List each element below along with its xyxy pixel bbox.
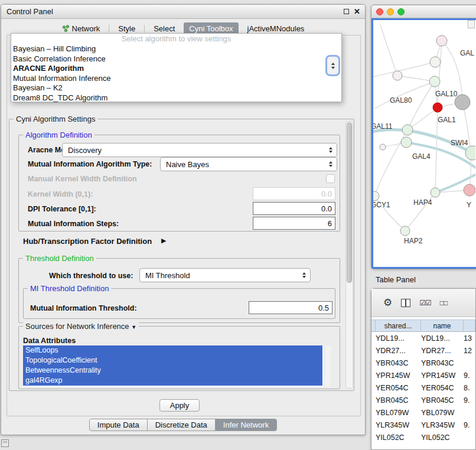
table-row[interactable]: YPR145WYPR145W9.	[371, 369, 475, 381]
network-node[interactable]	[429, 76, 440, 87]
table-row[interactable]: YDL19...YDL19...13	[371, 332, 475, 344]
network-node-label: GCY1	[373, 201, 390, 209]
table-cell[interactable]: YBL079W	[421, 409, 464, 417]
table-cell[interactable]: YER054C	[421, 384, 464, 392]
table-row[interactable]: YBL079WYBL079W	[371, 406, 475, 419]
column-header-shared-name[interactable]: shared...	[376, 320, 421, 331]
network-scroll-corner[interactable]	[468, 20, 475, 28]
data-attribute-item-selected[interactable]: BetweennessCentrality	[23, 366, 322, 376]
tab-impute-data[interactable]: Impute Data	[89, 419, 148, 431]
table-row[interactable]: YBR045CYBR045C9.	[371, 394, 475, 406]
network-node[interactable]	[393, 71, 402, 80]
which-threshold-combo[interactable]: MI Threshold	[139, 268, 311, 282]
network-node[interactable]	[431, 188, 440, 197]
table-row[interactable]: YER054CYER054C8.	[371, 381, 475, 394]
table-cell[interactable]: YPR145W	[376, 371, 421, 380]
network-node[interactable]	[465, 146, 475, 160]
table-row[interactable]: YDR27...YDR27...12	[371, 344, 475, 357]
algorithm-option[interactable]: Bayesian – Hill Climbing	[11, 44, 341, 54]
table-header-gutter	[371, 320, 376, 331]
table-cell[interactable]: YPR145W	[421, 371, 464, 380]
table-cell[interactable]: 9.	[464, 421, 475, 429]
algorithm-option[interactable]: Basic Correlation Inference	[11, 54, 341, 64]
table-cell[interactable]: 13	[464, 334, 475, 343]
columns-icon[interactable]	[401, 299, 410, 307]
hub-expand-arrow-icon[interactable]: ▶	[161, 237, 166, 244]
algorithm-option[interactable]: Dream8 DC_TDC Algorithm	[11, 93, 341, 103]
table-cell[interactable]: YIL052C	[376, 433, 421, 442]
network-node-label: SWI4	[451, 139, 468, 147]
control-panel-titlebar[interactable]: Control Panel ✕	[1, 5, 365, 19]
algorithm-combo-button-fragment[interactable]	[325, 55, 340, 76]
aracne-mode-combo[interactable]: Discovery	[62, 143, 337, 157]
table-cell[interactable]: YBR045C	[421, 396, 464, 405]
network-node[interactable]	[464, 184, 475, 196]
table-row[interactable]: YBR043CYBR043C	[371, 357, 475, 369]
close-traffic-light-icon[interactable]	[376, 8, 383, 15]
tab-infer-network[interactable]: Infer Network	[215, 419, 277, 431]
mi-algorithm-type-combo[interactable]: Naive Bayes	[160, 157, 337, 171]
deselect-all-boxes-icon[interactable]: □□	[440, 299, 448, 307]
table-cell[interactable]: YBR043C	[376, 359, 421, 367]
float-window-icon[interactable]	[344, 9, 349, 14]
minimized-panel-icon[interactable]	[1, 439, 9, 447]
network-node[interactable]	[373, 191, 379, 201]
table-cell[interactable]: YDR27...	[421, 347, 464, 355]
table-cell[interactable]: YLR345W	[421, 421, 464, 429]
mi-threshold-field[interactable]: 0.5	[249, 301, 332, 314]
network-edge	[380, 25, 397, 76]
settings-scrollbar-thumb[interactable]	[347, 122, 352, 283]
table-cell[interactable]: YIL052C	[421, 433, 464, 442]
manual-kernel-width-checkbox[interactable]	[326, 174, 335, 183]
table-cell[interactable]: 12	[464, 347, 475, 355]
table-cell[interactable]: 9.	[464, 371, 475, 380]
data-attribute-item-selected[interactable]: SelfLoops	[23, 345, 322, 356]
table-cell[interactable]: YDL19...	[376, 334, 421, 343]
table-cell[interactable]: 9.	[464, 396, 475, 405]
manual-kernel-width-label: Manual Kernel Width Definition	[28, 175, 137, 183]
mi-steps-field[interactable]: 6	[253, 217, 335, 230]
tab-discretize-data[interactable]: Discretize Data	[147, 419, 216, 431]
table-cell[interactable]: 8.	[464, 384, 475, 392]
table-cell[interactable]: YER054C	[376, 384, 421, 392]
table-cell[interactable]: YBR045C	[376, 396, 421, 405]
algorithm-option[interactable]: Bayesian – K2	[11, 83, 341, 93]
network-node[interactable]	[401, 137, 412, 148]
column-header-extra[interactable]	[464, 320, 475, 331]
network-window-titlebar[interactable]	[371, 5, 476, 18]
group-title: Threshold Definition	[23, 254, 96, 263]
network-node[interactable]	[402, 125, 413, 135]
attributes-list-scrollbar[interactable]	[324, 345, 331, 387]
dpi-tolerance-field[interactable]: 0.0	[253, 202, 335, 215]
algorithm-option[interactable]: Mutual Information Inference	[11, 74, 341, 84]
minimize-traffic-light-icon[interactable]	[387, 8, 394, 15]
zoom-traffic-light-icon[interactable]	[397, 8, 405, 15]
network-node[interactable]	[400, 226, 410, 236]
column-header-name[interactable]: name	[421, 320, 464, 331]
data-attribute-item-selected[interactable]: gal4RGexp	[23, 376, 322, 386]
tab-separator	[109, 25, 109, 32]
network-node[interactable]	[436, 35, 447, 46]
settings-scrollbar[interactable]	[345, 121, 353, 389]
table-cell[interactable]: YLR345W	[376, 421, 421, 429]
data-attribute-item-selected[interactable]: TopologicalCoefficient	[23, 356, 322, 366]
combo-value: Naive Bayes	[166, 160, 209, 169]
apply-button[interactable]: Apply	[159, 399, 200, 412]
table-row[interactable]: YLR345WYLR345W9.	[371, 419, 475, 431]
table-cell[interactable]: YBL079W	[376, 409, 421, 417]
kernel-width-field[interactable]: 0.0	[253, 187, 335, 200]
sources-collapse-arrow-icon[interactable]: ▼	[131, 324, 136, 330]
network-node[interactable]	[380, 144, 386, 150]
network-node[interactable]	[430, 57, 441, 67]
table-cell[interactable]: YDR27...	[376, 347, 421, 355]
algorithm-option-selected[interactable]: ARACNE Algorithm	[11, 64, 341, 74]
network-node[interactable]	[433, 103, 442, 112]
data-attributes-label: Data Attributes	[23, 337, 76, 345]
select-all-checks-icon[interactable]: ☑☑	[419, 299, 431, 307]
table-row[interactable]: YIL052CYIL052C	[371, 431, 475, 444]
gear-icon[interactable]: ⚙	[383, 296, 392, 309]
table-cell[interactable]: YDL19...	[421, 334, 464, 343]
table-cell[interactable]: YBR043C	[421, 359, 464, 367]
network-canvas-svg[interactable]: GALGAL80GAL10GAL11GAL1SWI4GAL4GCY1HAP4YH…	[373, 20, 475, 268]
close-window-icon[interactable]: ✕	[354, 9, 360, 15]
